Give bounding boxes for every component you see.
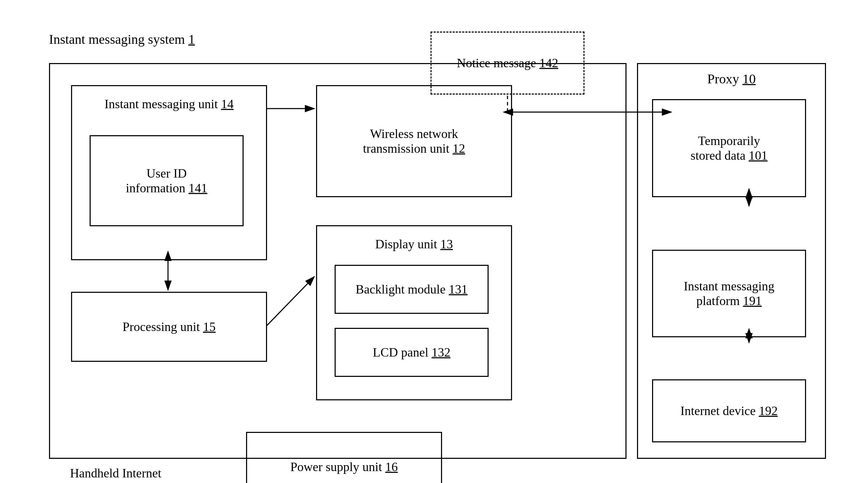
temp-data-box: Temporarilystored data 101: [652, 99, 806, 197]
im-platform-label: Instant messagingplatform 191: [684, 279, 775, 308]
system-title-label: Instant messaging system 1: [49, 32, 195, 47]
handheld-device-box: Instant messaging unit 14 User IDinforma…: [49, 63, 626, 459]
im-unit-label: Instant messaging unit 14: [105, 97, 234, 111]
wireless-unit-label: Wireless networktransmission unit 12: [363, 126, 465, 156]
power-supply-label: Power supply unit 16: [290, 460, 398, 474]
im-platform-box: Instant messagingplatform 191: [652, 250, 806, 337]
processing-unit-label: Processing unit 15: [122, 319, 216, 334]
wireless-unit-box: Wireless networktransmission unit 12: [316, 85, 512, 197]
backlight-module-label: Backlight module 131: [356, 282, 468, 297]
internet-device-label: Internet device 192: [680, 403, 778, 418]
display-unit-box: Display unit 13 Backlight module 131 LCD…: [316, 225, 512, 400]
im-unit-box: Instant messaging unit 14 User IDinforma…: [71, 85, 267, 260]
userid-label: User IDinformation 141: [126, 166, 208, 195]
proxy-box: Proxy 10 Temporarilystored data 101 Inst…: [637, 63, 826, 459]
display-unit-label: Display unit 13: [375, 237, 453, 251]
backlight-module-box: Backlight module 131: [335, 265, 489, 314]
internet-device-box: Internet device 192: [652, 379, 806, 442]
userid-box: User IDinformation 141: [90, 135, 244, 226]
proxy-label: Proxy 10: [707, 71, 756, 87]
temp-data-label: Temporarilystored data 101: [691, 133, 768, 163]
lcd-panel-label: LCD panel 132: [373, 345, 450, 360]
lcd-panel-box: LCD panel 132: [335, 328, 489, 377]
processing-unit-box: Processing unit 15: [71, 292, 267, 362]
handheld-device-label: Handheld Internetdevice 11: [70, 466, 161, 483]
power-supply-box: Power supply unit 16: [246, 432, 442, 483]
